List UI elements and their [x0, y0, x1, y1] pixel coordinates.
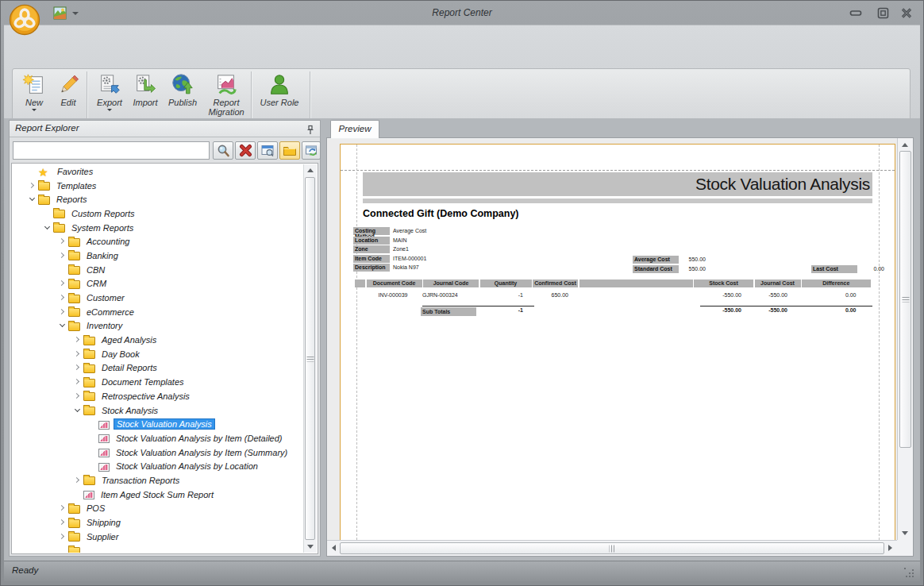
tree-item[interactable]: Transaction Reports	[13, 473, 303, 488]
expander-icon[interactable]	[72, 405, 83, 416]
scroll-right-arrow-icon[interactable]	[888, 545, 892, 551]
expander-icon[interactable]	[87, 418, 98, 430]
expander-icon[interactable]	[57, 503, 68, 514]
tree-item[interactable]	[13, 544, 303, 553]
tree-item[interactable]: Document Templates	[13, 375, 303, 389]
tree-item[interactable]: Day Book	[13, 347, 303, 361]
expander-icon[interactable]	[27, 194, 38, 205]
folder-icon	[83, 350, 95, 359]
tree-item[interactable]: Stock Analysis	[13, 403, 303, 418]
tree-item[interactable]: Detail Reports	[13, 361, 303, 376]
tree-item[interactable]: Shipping	[13, 515, 303, 530]
expander-icon[interactable]	[72, 349, 83, 360]
tree-item[interactable]: Inventory	[13, 319, 303, 333]
search-button[interactable]	[213, 141, 233, 160]
expander-icon[interactable]	[57, 306, 68, 318]
publish-button[interactable]: Publish	[164, 71, 202, 125]
tree-item[interactable]: Accounting	[13, 234, 303, 249]
tree-item[interactable]: POS	[13, 502, 303, 516]
tree-vertical-scrollbar[interactable]	[303, 164, 317, 553]
expander-icon[interactable]	[57, 545, 68, 553]
scroll-up-arrow-icon[interactable]	[902, 143, 908, 147]
folder-view-button[interactable]	[279, 141, 300, 160]
preview-horizontal-scrollbar[interactable]	[327, 540, 897, 556]
close-button[interactable]	[898, 6, 915, 20]
status-bar: Ready	[4, 561, 920, 581]
tree-item[interactable]: Customer	[13, 291, 303, 305]
company-name: Connected Gift (Demo Company)	[363, 208, 519, 219]
tree-item[interactable]: Favorites	[13, 164, 303, 179]
folder-icon	[68, 266, 80, 275]
expander-icon[interactable]	[57, 264, 68, 276]
expander-icon[interactable]	[87, 461, 98, 472]
thumb-grip	[610, 545, 615, 552]
expander-icon[interactable]	[72, 376, 83, 387]
expander-icon[interactable]	[57, 278, 68, 289]
expander-icon[interactable]	[72, 362, 83, 373]
user-role-button[interactable]: User Role	[257, 71, 302, 125]
expander-icon[interactable]	[57, 292, 68, 303]
expander-icon[interactable]	[72, 334, 83, 345]
folder-icon	[38, 182, 50, 191]
maximize-button[interactable]	[874, 6, 891, 20]
minimize-button[interactable]	[847, 6, 864, 20]
tree-item[interactable]: Stock Valuation Analysis	[13, 417, 303, 431]
application-menu-button[interactable]	[9, 4, 40, 36]
expander-icon[interactable]	[87, 447, 98, 458]
tree-item[interactable]: CBN	[13, 263, 303, 277]
preview-toggle-button[interactable]	[257, 141, 278, 160]
edit-button[interactable]: Edit	[52, 71, 84, 125]
maximize-icon	[877, 7, 889, 19]
report-migration-button[interactable]: Report Migration	[203, 71, 249, 125]
tab-preview[interactable]: Preview	[330, 120, 379, 138]
expander-icon[interactable]	[42, 222, 53, 233]
expander-icon[interactable]	[27, 166, 38, 177]
tree-item[interactable]: Supplier	[13, 530, 303, 544]
tree-item[interactable]: Aged Analysis	[13, 333, 303, 347]
quick-access-report-icon[interactable]	[53, 6, 67, 20]
refresh-view-button[interactable]	[302, 141, 321, 160]
tree-item[interactable]: System Reports	[13, 221, 303, 235]
expander-icon[interactable]	[57, 531, 68, 542]
expander-icon[interactable]	[57, 236, 68, 247]
expander-icon[interactable]	[87, 433, 98, 444]
tree-item[interactable]: Banking	[13, 249, 303, 263]
tree-item[interactable]: Retrospective Analysis	[13, 389, 303, 403]
expander-icon[interactable]	[72, 391, 83, 402]
resize-grip[interactable]	[904, 568, 914, 577]
tree-item[interactable]: Stock Valuation Analysis by Location	[13, 459, 303, 473]
expander-icon[interactable]	[72, 475, 83, 486]
report-explorer-panel: Report Explorer	[9, 120, 321, 557]
preview-hscrollbar-thumb[interactable]	[340, 542, 884, 554]
quick-access-dropdown-caret[interactable]	[72, 12, 79, 15]
expander-icon[interactable]	[57, 320, 68, 331]
pin-icon[interactable]	[306, 124, 315, 134]
clear-search-button[interactable]	[235, 141, 256, 160]
scroll-up-arrow-icon[interactable]	[307, 168, 314, 172]
new-button[interactable]: New	[17, 71, 51, 125]
expander-icon[interactable]	[42, 208, 53, 219]
tree-item[interactable]: Item Aged Stock Sum Report	[13, 488, 303, 502]
expander-icon[interactable]	[27, 180, 38, 191]
tree-item[interactable]: Reports	[13, 192, 303, 206]
scroll-down-arrow-icon[interactable]	[307, 545, 314, 549]
tree-scrollbar-thumb[interactable]	[305, 177, 315, 540]
tree-item[interactable]: eCommerce	[13, 305, 303, 319]
expander-icon[interactable]	[72, 489, 83, 500]
tree-item[interactable]: Templates	[13, 179, 303, 193]
preview-scrollbar-thumb[interactable]	[899, 151, 911, 448]
import-button[interactable]: Import	[129, 71, 162, 125]
export-button[interactable]: Export	[92, 71, 127, 125]
scroll-down-arrow-icon[interactable]	[902, 531, 908, 535]
preview-vertical-scrollbar[interactable]	[897, 138, 913, 540]
folder-icon	[83, 407, 95, 415]
expander-icon[interactable]	[57, 517, 68, 528]
tree-item[interactable]: Custom Reports	[13, 206, 303, 221]
scroll-left-arrow-icon[interactable]	[332, 545, 336, 551]
folder-icon	[83, 337, 95, 345]
tree-item[interactable]: CRM	[13, 277, 303, 291]
tree-item[interactable]: Stock Valuation Analysis by Item (Detail…	[13, 431, 303, 445]
expander-icon[interactable]	[57, 250, 68, 261]
tree-item[interactable]: Stock Valuation Analysis by Item (Summar…	[13, 445, 303, 460]
search-input[interactable]	[13, 141, 210, 160]
